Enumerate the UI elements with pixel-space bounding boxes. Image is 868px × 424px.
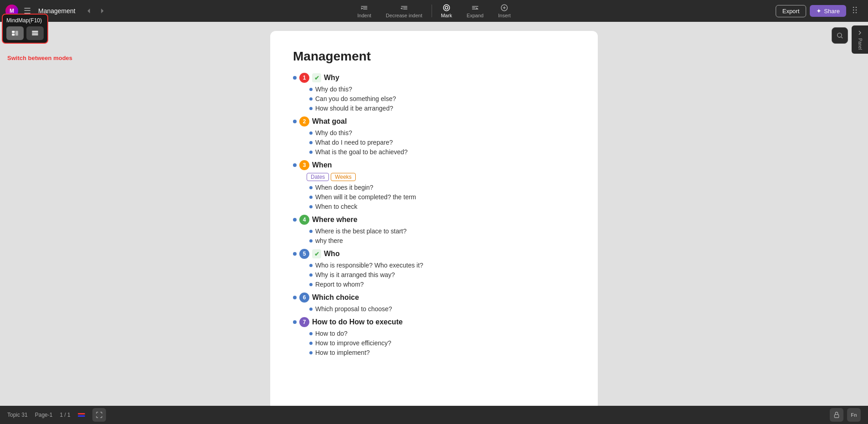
section-where: 4 Where where — [293, 215, 575, 225]
sub-dot — [309, 264, 313, 267]
svg-rect-14 — [32, 34, 38, 35]
logo-letter: M — [10, 8, 14, 14]
list-item: 7 How to do How to execute How to do? Ho… — [293, 317, 575, 356]
toolbar-center-tools: Indent Decrease indent Mark Expand Inser… — [350, 2, 518, 20]
list-item: Can you do something else? — [307, 95, 575, 102]
share-button[interactable]: ✦ Share — [810, 5, 846, 17]
check-badge-1: ✔ — [312, 73, 321, 82]
sub-items-where: Where is the best place to start? why th… — [307, 227, 575, 244]
panel-label: Panel — [858, 38, 863, 50]
section-which-choice: 6 Which choice — [293, 293, 575, 303]
svg-rect-9 — [12, 31, 15, 33]
check-badge-5: ✔ — [312, 249, 321, 258]
main-area: Management 1 ✔ Why Why do this? Can you … — [0, 22, 868, 424]
sub-dot — [309, 273, 313, 277]
sub-items-how: How to do? How to improve efficiency? Ho… — [307, 330, 575, 356]
svg-point-3 — [853, 6, 854, 7]
svg-point-5 — [853, 12, 854, 13]
page-count: 1 / 1 — [60, 412, 70, 418]
list-item: When to check — [307, 203, 575, 210]
list-item: 2 What goal Why do this? What do I need … — [293, 116, 575, 156]
section-title-how: How to do How to execute — [312, 318, 403, 326]
sub-items-why: Why do this? Can you do something else? … — [307, 86, 575, 112]
bullet-dot-1 — [293, 76, 297, 80]
svg-point-8 — [856, 12, 857, 13]
insert-tool[interactable]: Insert — [491, 2, 518, 20]
bullet-dot-3 — [293, 163, 297, 167]
section-what-goal: 2 What goal — [293, 116, 575, 126]
svg-point-6 — [856, 6, 857, 7]
toolbar: M ☰ Management Indent Decrease indent Ma… — [0, 0, 868, 22]
list-item: How to implement? — [307, 349, 575, 356]
svg-rect-16 — [834, 414, 838, 418]
status-bar: Topic 31 Page-1 1 / 1 Fn — [0, 406, 868, 424]
sub-dot — [309, 332, 313, 335]
section-title-what-goal: What goal — [312, 117, 347, 126]
svg-rect-11 — [15, 31, 18, 36]
sub-dot — [309, 239, 313, 242]
back-button[interactable] — [83, 5, 95, 17]
brand-lines — [78, 413, 85, 417]
tooltip-title: MindMap(F10) — [6, 17, 44, 24]
decrease-indent-tool[interactable]: Decrease indent — [378, 2, 429, 20]
section-when: 3 When — [293, 160, 575, 170]
sub-dot — [309, 205, 313, 208]
svg-point-0 — [445, 6, 448, 9]
sub-dot — [309, 230, 313, 233]
svg-point-4 — [853, 9, 854, 10]
right-panel-toggle[interactable]: Panel — [852, 25, 868, 54]
fn-button[interactable]: Fn — [847, 408, 861, 422]
list-item: 6 Which choice Which proposal to choose? — [293, 293, 575, 313]
section-title-why: Why — [324, 74, 339, 82]
document-title: Management — [293, 49, 575, 64]
num-badge-2: 2 — [299, 116, 309, 126]
list-item: 3 When Dates Weeks When does it begin? W… — [293, 160, 575, 210]
section-title-who: Who — [324, 250, 340, 258]
num-badge-6: 6 — [299, 293, 309, 303]
indent-tool[interactable]: Indent — [350, 2, 379, 20]
sub-dot — [309, 141, 313, 144]
bullet-dot-6 — [293, 296, 297, 299]
mindmap-tooltip-popup: MindMap(F10) — [2, 14, 48, 44]
mark-tool[interactable]: Mark — [434, 2, 459, 20]
brand-logo — [78, 413, 85, 417]
sub-dot — [309, 88, 313, 91]
list-item: How to do? — [307, 330, 575, 337]
sub-dot — [309, 308, 313, 311]
share-icon: ✦ — [816, 7, 822, 15]
sub-dot — [309, 283, 313, 286]
list-item: Why is it arranged this way? — [307, 271, 575, 278]
lock-button[interactable] — [830, 408, 843, 422]
expand-tool[interactable]: Expand — [459, 2, 491, 20]
sub-dot — [309, 107, 313, 110]
section-title-where: Where where — [312, 216, 358, 224]
list-item: Why do this? — [307, 129, 575, 136]
export-button[interactable]: Export — [776, 5, 807, 17]
tag-weeks[interactable]: Weeks — [331, 173, 355, 181]
tag-row-when: Dates Weeks — [307, 173, 575, 181]
list-item: why there — [307, 237, 575, 244]
list-item: What do I need to prepare? — [307, 139, 575, 146]
list-item: When does it begin? — [307, 184, 575, 191]
list-item: When will it be completed? the term — [307, 193, 575, 201]
list-item: 4 Where where Where is the best place to… — [293, 215, 575, 244]
sub-dot — [309, 97, 313, 101]
section-title-which-choice: Which choice — [312, 293, 359, 302]
brand-line-red — [78, 413, 85, 414]
sub-dot — [309, 342, 313, 345]
svg-rect-10 — [12, 34, 15, 36]
sub-items-which-choice: Which proposal to choose? — [307, 305, 575, 313]
section-how-to-do: 7 How to do How to execute — [293, 317, 575, 327]
more-options-button[interactable] — [850, 4, 863, 19]
search-button[interactable] — [832, 27, 848, 44]
tag-dates[interactable]: Dates — [307, 173, 329, 181]
svg-rect-13 — [32, 33, 38, 34]
num-badge-7: 7 — [299, 317, 309, 327]
card-mode-button[interactable] — [6, 26, 24, 40]
sub-dot — [309, 196, 313, 199]
expand-screen-button[interactable] — [92, 408, 106, 422]
switch-modes-label: Switch between modes — [7, 55, 72, 61]
forward-button[interactable] — [96, 5, 108, 17]
list-mode-button[interactable] — [26, 26, 44, 40]
sub-dot — [309, 351, 313, 354]
